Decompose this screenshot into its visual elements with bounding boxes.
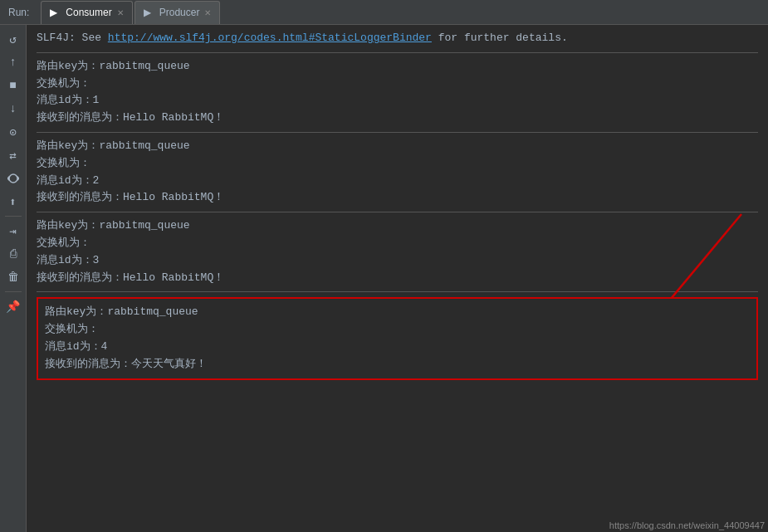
separator-4 [37,291,758,292]
message-id-3: 消息id为：3 [37,252,758,270]
routing-key-4: 路由key为：rabbitmq_queue [45,304,750,321]
exchange-3: 交换机为： [37,235,758,252]
scroll-down-button[interactable]: ↓ [2,98,24,120]
svg-marker-1 [7,176,9,181]
delete-button[interactable]: 🗑 [2,266,24,288]
message-block-1: 路由key为：rabbitmq_queue 交换机为： 消息id为：1 接收到的… [37,58,758,127]
scroll-up-button[interactable]: ↑ [2,51,24,73]
console-slf4j-line: SLF4J: See http://www.slf4j.org/codes.ht… [37,30,758,47]
tab-consumer-close[interactable]: ✕ [117,8,124,17]
tab-producer-label: Producer [159,7,200,18]
message-id-4: 消息id为：4 [45,339,750,356]
routing-key-2: 路由key为：rabbitmq_queue [37,138,758,155]
tab-bar: Run: ▶ Consumer ✕ ▶ Producer ✕ [0,0,768,25]
content-3: 接收到的消息为：Hello RabbitMQ！ [37,270,758,287]
toolbar-separator-1 [5,216,22,217]
message-4-container: 路由key为：rabbitmq_queue 交换机为： 消息id为：4 接收到的… [37,297,758,379]
message-block-4-highlighted: 路由key为：rabbitmq_queue 交换机为： 消息id为：4 接收到的… [37,297,758,379]
separator-1 [37,52,758,53]
separator-3 [37,212,758,212]
main-area: ↺ ↑ ■ ↓ ⊙ ⇄ ⬆ ⇥ ⎙ 🗑 📌 SLF4J: See http://… [0,25,768,532]
upload-button[interactable]: ⬆ [2,191,24,212]
toolbar-separator-2 [5,291,22,292]
sync-button[interactable] [2,168,24,189]
slf4j-link[interactable]: http://www.slf4j.org/codes.html#StaticLo… [108,32,432,44]
watermark: https://blog.csdn.net/weixin_44009447 [609,520,765,530]
print-button[interactable]: ⎙ [2,243,24,265]
pin-button[interactable]: 📌 [2,295,24,317]
content-4: 接收到的消息为：今天天气真好！ [45,356,750,373]
run-label: Run: [3,7,34,18]
rerun-button[interactable]: ↺ [2,28,24,50]
routing-key-3: 路由key为：rabbitmq_queue [37,217,758,235]
message-block-2: 路由key为：rabbitmq_queue 交换机为： 消息id为：2 接收到的… [37,138,758,207]
exchange-4: 交换机为： [45,321,750,339]
exit-button[interactable]: ⇥ [2,220,24,242]
tab-producer[interactable]: ▶ Producer ✕ [135,1,221,24]
message-block-3: 路由key为：rabbitmq_queue 交换机为： 消息id为：3 接收到的… [37,217,758,286]
stop-button[interactable]: ■ [2,75,24,96]
tab-consumer-label: Consumer [66,7,111,18]
tab-consumer[interactable]: ▶ Consumer ✕ [41,1,132,24]
message-id-2: 消息id为：2 [37,173,758,190]
separator-2 [37,132,758,133]
tab-producer-close[interactable]: ✕ [204,8,211,17]
content-2: 接收到的消息为：Hello RabbitMQ！ [37,189,758,207]
routing-key-1: 路由key为：rabbitmq_queue [37,58,758,76]
restore-button[interactable]: ⇄ [2,144,24,166]
exchange-1: 交换机为： [37,76,758,93]
message-id-1: 消息id为：1 [37,92,758,110]
consumer-run-icon: ▶ [50,7,61,18]
producer-run-icon: ▶ [144,7,155,18]
exchange-2: 交换机为： [37,155,758,173]
content-1: 接收到的消息为：Hello RabbitMQ！ [37,110,758,127]
left-toolbar: ↺ ↑ ■ ↓ ⊙ ⇄ ⬆ ⇥ ⎙ 🗑 📌 [0,25,27,532]
console-output[interactable]: SLF4J: See http://www.slf4j.org/codes.ht… [27,25,768,532]
camera-button[interactable]: ⊙ [2,121,24,143]
